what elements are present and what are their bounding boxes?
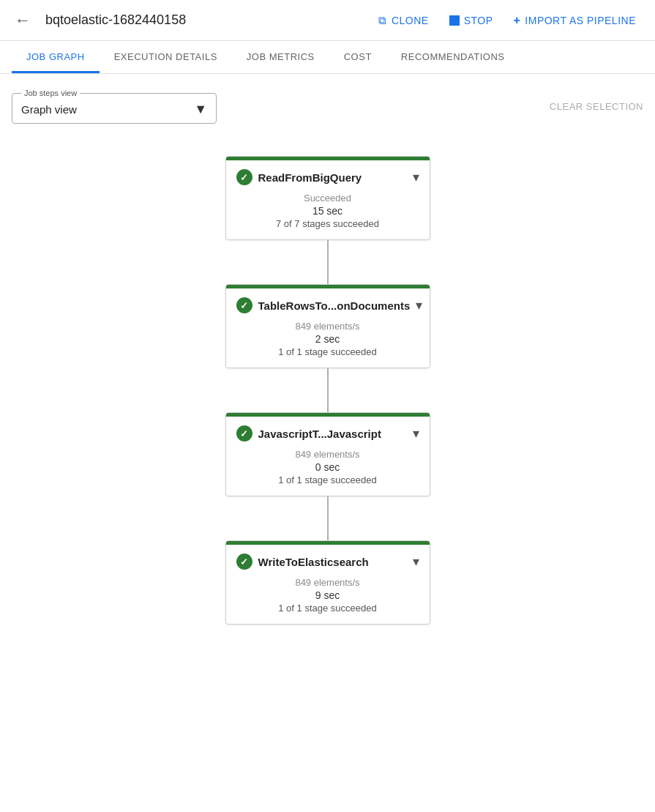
node-title: WriteToElasticsearch bbox=[258, 556, 407, 568]
node-time: 2 sec bbox=[236, 333, 419, 345]
node-read-from-bigquery[interactable]: ReadFromBigQuery ▾ Succeeded 15 sec 7 of… bbox=[225, 156, 430, 240]
graph-connector bbox=[327, 368, 329, 412]
back-arrow-icon: ← bbox=[15, 11, 31, 30]
stop-button[interactable]: STOP bbox=[442, 10, 501, 31]
node-body: 849 elements/s 2 sec 1 of 1 stage succee… bbox=[226, 318, 430, 368]
node-body: 849 elements/s 9 sec 1 of 1 stage succee… bbox=[226, 574, 430, 624]
tab-execution-details[interactable]: EXECUTION DETAILS bbox=[100, 41, 232, 73]
node-time: 0 sec bbox=[236, 461, 419, 473]
graph-connector bbox=[327, 496, 329, 540]
header: ← bqtoelastic-1682440158 ⧉ CLONE STOP + … bbox=[0, 0, 655, 41]
tab-job-graph[interactable]: JOB GRAPH bbox=[12, 41, 100, 73]
clone-icon: ⧉ bbox=[378, 14, 387, 27]
node-title: TableRowsTo...onDocuments bbox=[258, 299, 411, 312]
steps-view-container: Job steps view Graph view ▼ CLEAR SELECT… bbox=[12, 89, 643, 124]
node-rate: 849 elements/s bbox=[236, 321, 419, 332]
node-rate: 849 elements/s bbox=[236, 577, 419, 588]
steps-view-value: Graph view bbox=[21, 103, 77, 116]
node-table-rows-to-document[interactable]: TableRowsTo...onDocuments ▾ 849 elements… bbox=[225, 284, 430, 368]
node-expand-icon[interactable]: ▾ bbox=[413, 554, 419, 570]
job-graph-area: ReadFromBigQuery ▾ Succeeded 15 sec 7 of… bbox=[12, 141, 643, 639]
success-check-icon bbox=[236, 425, 252, 442]
success-check-icon bbox=[236, 297, 252, 313]
node-body: Succeeded 15 sec 7 of 7 stages succeeded bbox=[226, 190, 430, 239]
node-header: ReadFromBigQuery ▾ bbox=[226, 160, 430, 190]
node-body: 849 elements/s 0 sec 1 of 1 stage succee… bbox=[226, 446, 430, 496]
node-rate: 849 elements/s bbox=[236, 449, 419, 460]
dropdown-chevron-icon: ▼ bbox=[194, 102, 207, 117]
tab-recommendations[interactable]: RECOMMENDATIONS bbox=[386, 41, 520, 73]
header-actions: ⧉ CLONE STOP + IMPORT AS PIPELINE bbox=[371, 10, 643, 31]
tab-cost[interactable]: COST bbox=[329, 41, 386, 73]
node-javascript-transform[interactable]: JavascriptT...Javascript ▾ 849 elements/… bbox=[225, 412, 430, 496]
success-check-icon bbox=[236, 554, 252, 570]
success-check-icon bbox=[236, 169, 252, 185]
steps-view-dropdown[interactable]: Graph view ▼ bbox=[21, 100, 207, 117]
steps-view-legend: Job steps view bbox=[21, 89, 80, 97]
main-content: Job steps view Graph view ▼ CLEAR SELECT… bbox=[0, 74, 655, 654]
stop-icon bbox=[449, 15, 460, 26]
node-stages: 1 of 1 stage succeeded bbox=[236, 603, 419, 614]
node-time: 9 sec bbox=[236, 589, 419, 601]
plus-icon: + bbox=[514, 14, 521, 27]
job-title: bqtoelastic-1682440158 bbox=[45, 12, 359, 28]
node-title: JavascriptT...Javascript bbox=[258, 428, 407, 440]
node-header: WriteToElasticsearch ▾ bbox=[226, 545, 430, 574]
clone-button[interactable]: ⧉ CLONE bbox=[371, 10, 435, 31]
node-time: 15 sec bbox=[236, 205, 419, 217]
node-title: ReadFromBigQuery bbox=[258, 171, 407, 184]
tabs-bar: JOB GRAPH EXECUTION DETAILS JOB METRICS … bbox=[0, 41, 655, 74]
node-header: TableRowsTo...onDocuments ▾ bbox=[226, 288, 430, 318]
import-pipeline-button[interactable]: + IMPORT AS PIPELINE bbox=[506, 10, 644, 31]
node-header: JavascriptT...Javascript ▾ bbox=[226, 417, 430, 446]
node-status: Succeeded bbox=[236, 193, 419, 204]
node-expand-icon[interactable]: ▾ bbox=[413, 425, 419, 442]
node-stages: 1 of 1 stage succeeded bbox=[236, 474, 419, 485]
node-stages: 1 of 1 stage succeeded bbox=[236, 346, 419, 357]
node-stages: 7 of 7 stages succeeded bbox=[236, 218, 419, 229]
graph-connector bbox=[327, 240, 329, 284]
node-expand-icon[interactable]: ▾ bbox=[416, 297, 422, 313]
back-button[interactable]: ← bbox=[12, 8, 34, 33]
node-expand-icon[interactable]: ▾ bbox=[413, 169, 419, 185]
tab-job-metrics[interactable]: JOB METRICS bbox=[232, 41, 329, 73]
job-steps-view-selector: Job steps view Graph view ▼ bbox=[12, 89, 217, 124]
node-write-to-elasticsearch[interactable]: WriteToElasticsearch ▾ 849 elements/s 9 … bbox=[225, 540, 430, 625]
clear-selection-button[interactable]: CLEAR SELECTION bbox=[550, 101, 643, 112]
